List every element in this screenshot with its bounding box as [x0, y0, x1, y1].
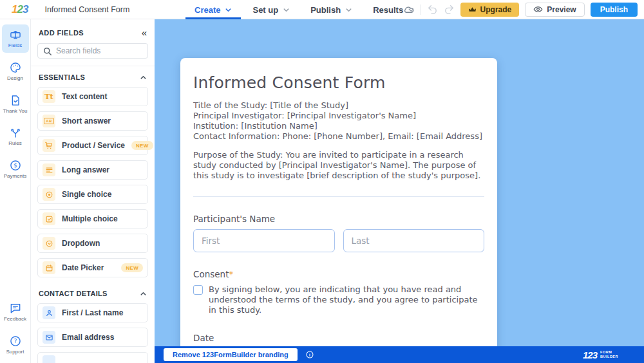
chevron-down-icon — [408, 6, 415, 14]
search-input[interactable] — [56, 46, 142, 55]
field-type-label: Short answer — [62, 116, 143, 126]
field-search-box[interactable] — [37, 43, 148, 59]
participants-name-label[interactable]: Participant's Name — [193, 214, 484, 224]
tab-set-up[interactable]: Set up — [252, 0, 290, 19]
form-canvas: Informed Consent Form Title of the Study… — [155, 19, 644, 363]
field-type-long-answer[interactable]: Long answer — [37, 160, 148, 180]
fields-icon — [9, 28, 22, 41]
form-title[interactable]: Informed Consent Form — [193, 73, 484, 92]
single-choice-icon — [43, 188, 55, 201]
search-icon — [43, 47, 52, 55]
publish-button[interactable]: Publish — [591, 3, 638, 17]
tab-results-label: Results — [373, 5, 403, 15]
support-icon: ? — [9, 335, 22, 348]
multiple-choice-icon — [43, 212, 55, 225]
field-type-email-address[interactable]: Email address — [37, 328, 148, 347]
svg-text:$: $ — [14, 162, 17, 169]
preview-label: Preview — [547, 5, 576, 14]
main-nav-tabs: Create Set up Publish Results — [194, 0, 415, 19]
field-type-product-service[interactable]: Product / Service NEW — [37, 136, 148, 155]
rail-label-fields: Fields — [8, 43, 22, 49]
upgrade-button[interactable]: Upgrade — [460, 3, 520, 17]
field-type-date-picker[interactable]: Date Picker NEW — [37, 258, 148, 277]
intro-line: Contact Information: Phone: [Phone Numbe… — [193, 131, 484, 142]
left-icon-rail: Fields Design Thank You Rules $ Payments — [0, 19, 31, 363]
collapse-panel-icon[interactable]: « — [142, 28, 147, 37]
field-type-single-choice[interactable]: Single choice — [37, 185, 148, 204]
field-type-short-answer[interactable]: AB Short answer — [37, 111, 148, 131]
tab-create-label: Create — [194, 5, 220, 15]
field-type-label: First / Last name — [62, 308, 143, 317]
consent-text[interactable]: By signing below, you are indicating tha… — [209, 284, 484, 316]
rail-item-feedback[interactable]: Feedback — [2, 298, 29, 326]
consent-row: By signing below, you are indicating tha… — [193, 284, 484, 316]
field-type-first-last-name[interactable]: First / Last name — [37, 303, 148, 322]
design-icon — [9, 61, 22, 74]
form-intro-text[interactable]: Title of the Study: [Title of the Study]… — [193, 100, 484, 142]
dropdown-icon — [43, 237, 55, 250]
chevron-down-icon — [283, 6, 290, 14]
rail-item-fields[interactable]: Fields — [2, 24, 29, 53]
first-name-input[interactable] — [193, 229, 335, 252]
required-asterisk: * — [229, 269, 233, 279]
rail-item-thank-you[interactable]: Thank You — [2, 90, 29, 118]
tab-publish[interactable]: Publish — [310, 0, 352, 19]
panel-title: ADD FIELDS — [39, 29, 84, 37]
consent-label[interactable]: Consent* — [193, 269, 484, 279]
intro-line: Institution: [Institution Name] — [193, 121, 484, 131]
undo-icon[interactable] — [427, 4, 438, 15]
tab-results[interactable]: Results — [373, 0, 415, 19]
brand-logo[interactable]: 1 2 3 — [12, 3, 28, 16]
intro-line: Title of the Study: [Title of the Study] — [193, 100, 484, 111]
rules-icon — [9, 126, 22, 139]
phone-icon — [43, 355, 55, 363]
chevron-down-icon — [225, 6, 232, 14]
field-type-dropdown[interactable]: Dropdown — [37, 234, 148, 253]
formbuilder-logo: 123 FORM BUILDER — [583, 349, 618, 360]
rail-item-rules[interactable]: Rules — [2, 122, 29, 151]
thank-you-icon — [9, 94, 22, 107]
last-name-input[interactable] — [343, 229, 485, 252]
tab-set-up-label: Set up — [252, 5, 278, 15]
section-contact-details-title: CONTACT DETAILS — [39, 290, 108, 297]
field-type-partial[interactable] — [37, 352, 148, 363]
field-type-label: Single choice — [62, 190, 143, 199]
person-icon — [43, 306, 55, 319]
chevron-up-icon — [140, 290, 147, 297]
consent-checkbox[interactable] — [193, 285, 203, 295]
section-contact-details[interactable]: CONTACT DETAILS — [37, 283, 148, 303]
top-bar: 1 2 3 Informed Consent Form Create Set u… — [0, 0, 644, 19]
form-purpose-text[interactable]: Purpose of the Study: You are invited to… — [193, 150, 484, 181]
rail-item-support[interactable]: ? Support — [2, 331, 29, 359]
info-icon[interactable] — [305, 350, 314, 359]
field-type-label: Date Picker — [62, 263, 115, 272]
rail-item-design[interactable]: Design — [2, 57, 29, 86]
form-card[interactable]: Informed Consent Form Title of the Study… — [180, 58, 497, 363]
long-answer-icon — [43, 163, 55, 176]
section-essentials[interactable]: ESSENTIALS — [37, 66, 148, 87]
toolbar-divider — [421, 5, 421, 15]
rail-label-support: Support — [6, 349, 24, 355]
rail-item-payments[interactable]: $ Payments — [2, 155, 29, 183]
field-type-label: Long answer — [62, 165, 143, 174]
logo-digit-2: 2 — [17, 3, 22, 16]
field-type-multiple-choice[interactable]: Multiple choice — [37, 209, 148, 228]
field-type-text-content[interactable]: Tt Text content — [37, 87, 148, 106]
date-label[interactable]: Date — [193, 333, 484, 343]
publish-button-label: Publish — [600, 5, 628, 14]
cart-icon — [43, 139, 55, 152]
rail-label-thank-you: Thank You — [3, 109, 28, 115]
remove-branding-button[interactable]: Remove 123FormBuilder branding — [164, 348, 298, 361]
preview-button[interactable]: Preview — [525, 3, 584, 17]
logo-digit-3: 3 — [23, 3, 28, 16]
chevron-down-icon — [345, 6, 352, 14]
text-content-icon: Tt — [43, 90, 55, 103]
rail-label-design: Design — [7, 76, 23, 82]
rail-label-rules: Rules — [8, 141, 21, 147]
form-name-label[interactable]: Informed Consent Form — [44, 5, 129, 14]
redo-icon[interactable] — [444, 4, 455, 15]
form-divider — [193, 196, 484, 197]
eye-icon — [533, 5, 543, 14]
tab-create[interactable]: Create — [194, 0, 232, 19]
formbuilder-logo-digits: 123 — [583, 349, 597, 360]
